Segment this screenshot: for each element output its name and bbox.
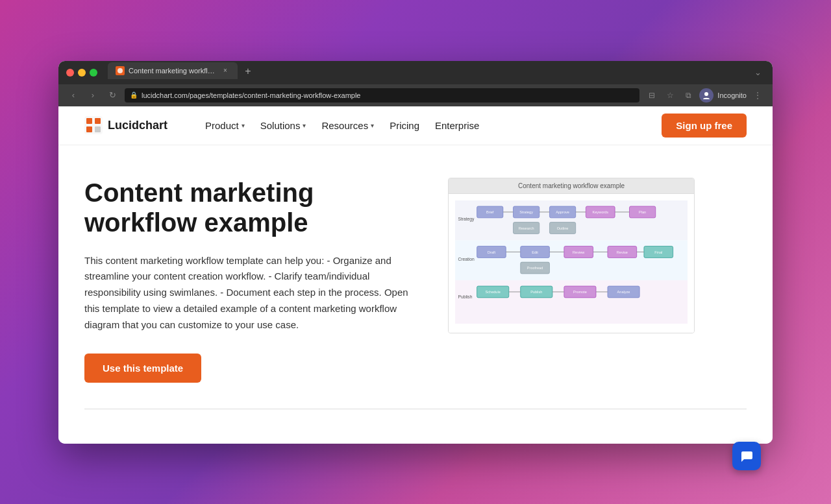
- svg-text:Schedule: Schedule: [486, 290, 501, 294]
- browser-tabs: Content marketing workflow e... × +: [108, 66, 745, 79]
- refresh-button[interactable]: ↻: [105, 88, 119, 102]
- workflow-diagram: Strategy Creation Publish Brief Strategy…: [455, 200, 688, 324]
- browser-titlebar: Content marketing workflow e... × + ⌄: [58, 61, 773, 84]
- menu-icon[interactable]: ⋮: [750, 88, 765, 102]
- svg-text:Research: Research: [519, 226, 534, 230]
- svg-text:Review: Review: [573, 250, 585, 254]
- browser-chrome: Content marketing workflow e... × + ⌄ ‹ …: [58, 61, 773, 106]
- site-nav: Lucidchart Product ▾ Solutions ▾ Resourc…: [58, 106, 773, 145]
- resources-chevron-icon: ▾: [371, 122, 374, 129]
- tab-favicon: [116, 66, 125, 75]
- svg-rect-5: [86, 126, 92, 132]
- diagram-preview[interactable]: Content marketing workflow example Strat…: [448, 178, 695, 333]
- main-content: Content marketing workflow example This …: [58, 145, 773, 409]
- chat-icon: [739, 449, 754, 463]
- toolbar-actions: ⊟ ☆ ⧉ Incognito ⋮: [645, 88, 765, 102]
- svg-text:Publish: Publish: [458, 294, 472, 299]
- nav-resources-label: Resources: [321, 120, 368, 131]
- svg-text:Brief: Brief: [486, 210, 494, 214]
- svg-text:Keywords: Keywords: [593, 210, 609, 214]
- logo[interactable]: Lucidchart: [84, 116, 167, 134]
- use-template-button[interactable]: Use this template: [84, 354, 201, 383]
- footer-divider: [84, 409, 747, 409]
- nav-item-pricing[interactable]: Pricing: [383, 116, 426, 135]
- browser-window: Content marketing workflow e... × + ⌄ ‹ …: [58, 61, 773, 444]
- svg-text:Strategy: Strategy: [458, 217, 475, 222]
- page-description: This content marketing workflow template…: [84, 253, 422, 333]
- solutions-chevron-icon: ▾: [303, 122, 306, 129]
- browser-toolbar: ‹ › ↻ 🔒 lucidchart.com/pages/templates/c…: [58, 84, 773, 106]
- svg-text:Strategy: Strategy: [519, 210, 533, 214]
- page-content: Lucidchart Product ▾ Solutions ▾ Resourc…: [58, 106, 773, 444]
- svg-text:Final: Final: [654, 250, 662, 254]
- nav-item-enterprise[interactable]: Enterprise: [428, 116, 486, 135]
- svg-text:Revise: Revise: [617, 250, 628, 254]
- svg-text:Promote: Promote: [573, 290, 587, 294]
- lucidchart-logo-icon: [84, 116, 103, 134]
- nav-product-label: Product: [205, 120, 239, 131]
- minimize-button[interactable]: [78, 69, 86, 77]
- svg-rect-4: [95, 118, 101, 124]
- nav-item-resources[interactable]: Resources ▾: [315, 116, 380, 135]
- svg-text:Plan: Plan: [639, 210, 646, 214]
- svg-text:Outline: Outline: [557, 226, 569, 230]
- svg-point-0: [118, 68, 123, 73]
- diagram-title-bar: Content marketing workflow example: [449, 178, 694, 194]
- nav-pricing-label: Pricing: [390, 120, 419, 131]
- tab-title: Content marketing workflow e...: [129, 67, 217, 75]
- traffic-lights: [66, 69, 97, 77]
- tab-close-icon[interactable]: ×: [221, 66, 230, 75]
- right-column: Content marketing workflow example Strat…: [448, 178, 695, 333]
- new-tab-button[interactable]: +: [240, 64, 256, 79]
- svg-text:Proofread: Proofread: [527, 266, 543, 270]
- signup-button[interactable]: Sign up free: [662, 114, 747, 138]
- browser-tab[interactable]: Content marketing workflow e... ×: [108, 62, 238, 79]
- nav-solutions-label: Solutions: [260, 120, 301, 131]
- incognito-label: Incognito: [717, 91, 747, 99]
- lock-icon: 🔒: [130, 91, 138, 99]
- back-button[interactable]: ‹: [66, 88, 81, 102]
- maximize-button[interactable]: [90, 69, 97, 77]
- svg-rect-6: [95, 126, 101, 132]
- nav-item-product[interactable]: Product ▾: [199, 116, 251, 135]
- close-button[interactable]: [66, 69, 74, 77]
- window-icon[interactable]: ⧉: [681, 88, 695, 102]
- address-text: lucidchart.com/pages/templates/content-m…: [142, 91, 360, 99]
- address-bar[interactable]: 🔒 lucidchart.com/pages/templates/content…: [125, 88, 639, 102]
- svg-text:Edit: Edit: [532, 250, 538, 254]
- svg-text:Analyze: Analyze: [617, 290, 630, 294]
- collapse-button[interactable]: ⌄: [750, 66, 765, 80]
- cast-icon[interactable]: ⊟: [645, 88, 659, 102]
- diagram-body: Strategy Creation Publish Brief Strategy…: [449, 194, 694, 333]
- page-title: Content marketing workflow example: [84, 178, 422, 237]
- svg-text:Publish: Publish: [530, 290, 542, 294]
- nav-enterprise-label: Enterprise: [435, 120, 479, 131]
- logo-text: Lucidchart: [108, 119, 167, 132]
- svg-text:Draft: Draft: [488, 250, 496, 254]
- svg-text:Approve: Approve: [556, 210, 569, 214]
- svg-point-1: [704, 92, 708, 96]
- nav-item-solutions[interactable]: Solutions ▾: [254, 116, 313, 135]
- product-chevron-icon: ▾: [242, 122, 245, 129]
- left-column: Content marketing workflow example This …: [84, 178, 422, 383]
- svg-text:Creation: Creation: [458, 256, 475, 261]
- nav-items: Product ▾ Solutions ▾ Resources ▾ Pricin…: [199, 116, 486, 135]
- svg-rect-3: [86, 118, 92, 124]
- chat-button[interactable]: [732, 442, 761, 470]
- bookmark-icon[interactable]: ☆: [663, 88, 677, 102]
- forward-button[interactable]: ›: [86, 88, 100, 102]
- profile-button[interactable]: [699, 88, 713, 102]
